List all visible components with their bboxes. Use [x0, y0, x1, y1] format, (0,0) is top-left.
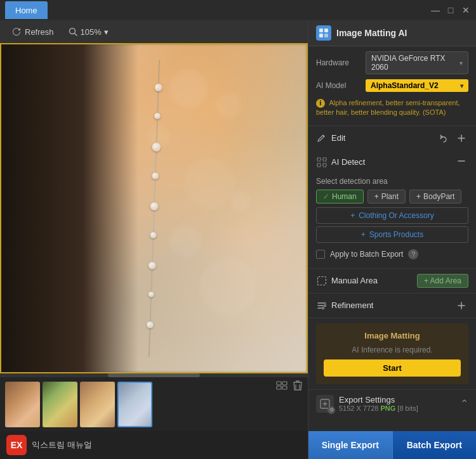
title-bar: Home — □ ✕ — [0, 0, 476, 20]
plus-icon-bodypart: + — [416, 192, 421, 201]
thumbnail-2[interactable] — [43, 382, 77, 427]
apply-batch-checkbox[interactable] — [316, 250, 325, 259]
maximize-button[interactable]: □ — [446, 5, 456, 15]
app-header: Image Matting AI — [308, 20, 476, 46]
thumbnail-icon — [276, 380, 288, 391]
hardware-dropdown[interactable]: NVIDIA GeForce RTX 2060 ▾ — [366, 51, 468, 74]
export-settings-left: ⚙ Export Settings 5152 X 7728 PNG [8 bit… — [316, 395, 418, 413]
manual-area-header[interactable]: Manual Area + Add Area — [308, 269, 476, 293]
single-export-button[interactable]: Single Export — [308, 431, 392, 459]
batch-export-button[interactable]: Batch Export — [392, 431, 477, 459]
export-bits: [8 bits] — [397, 404, 418, 412]
thumbnail-2-image — [43, 382, 77, 427]
svg-rect-6 — [324, 29, 328, 32]
ai-detect-header[interactable]: AI Detect — [308, 150, 476, 174]
svg-rect-8 — [324, 34, 328, 37]
canvas-view[interactable] — [0, 43, 308, 373]
manual-area-header-left: Manual Area — [316, 275, 378, 287]
svg-rect-1 — [277, 382, 281, 385]
zoom-arrow-icon[interactable]: ▾ — [104, 27, 109, 37]
thumbnail-3[interactable] — [80, 382, 115, 427]
edit-section-header[interactable]: Edit — [308, 126, 476, 150]
export-settings-title: Export Settings — [339, 395, 418, 404]
thumbnail-4[interactable] — [117, 382, 152, 427]
export-settings: ⚙ Export Settings 5152 X 7728 PNG [8 bit… — [308, 389, 476, 418]
ai-model-dropdown-arrow: ▾ — [460, 82, 463, 89]
add-area-button[interactable]: + Add Area — [417, 274, 468, 288]
close-button[interactable]: ✕ — [461, 5, 471, 15]
refinement-icon — [316, 300, 327, 311]
hair-area — [0, 43, 138, 373]
export-meta: 5152 X 7728 PNG [8 bits] — [339, 404, 418, 412]
refinement-header[interactable]: Refinement — [308, 294, 476, 318]
check-icon: ✓ — [323, 192, 329, 201]
refresh-button[interactable]: Refresh — [8, 25, 58, 39]
edit-controls — [437, 131, 468, 145]
panel-scroll[interactable]: Hardware NVIDIA GeForce RTX 2060 ▾ AI Mo… — [308, 46, 476, 431]
thumbnail-3-image — [80, 382, 115, 427]
zoom-value: 105% — [81, 27, 102, 37]
title-bar-controls: — □ ✕ — [430, 5, 471, 15]
canvas-panel: Refresh 105% ▾ — [0, 20, 308, 459]
hardware-row: Hardware NVIDIA GeForce RTX 2060 ▾ — [316, 51, 468, 74]
ai-detect-label: AI Detect — [331, 157, 365, 167]
right-panel: Image Matting AI Hardware NVIDIA GeForce… — [308, 20, 476, 459]
ai-model-value: AlphaStandard_V2 — [371, 81, 439, 90]
detect-tags: ✓ Human + Plant + BodyPart — [308, 190, 476, 207]
start-button[interactable]: Start — [324, 359, 461, 377]
svg-rect-7 — [319, 34, 323, 37]
ai-detect-icon — [316, 157, 327, 168]
export-info: Export Settings 5152 X 7728 PNG [8 bits] — [339, 395, 418, 412]
help-icon[interactable]: ? — [408, 249, 418, 259]
export-format: PNG — [380, 404, 397, 412]
export-icon: ⚙ — [316, 395, 334, 413]
manual-area-section: Manual Area + Add Area — [308, 269, 476, 294]
ai-model-row: AI Model AlphaStandard_V2 ▾ — [316, 79, 468, 92]
info-icon: i — [316, 99, 325, 108]
refinement-add-button[interactable] — [454, 299, 468, 313]
main-area: Refresh 105% ▾ — [0, 20, 476, 459]
ai-detect-header-left: AI Detect — [316, 157, 365, 168]
refinement-header-left: Refinement — [316, 300, 373, 311]
select-area-label: Select detection area — [308, 174, 476, 190]
export-collapse-button[interactable]: ⌃ — [460, 398, 468, 410]
hardware-value: NVIDIA GeForce RTX 2060 — [371, 54, 459, 72]
matting-box: Image Matting AI Inference is required. … — [316, 323, 468, 384]
hardware-section: Hardware NVIDIA GeForce RTX 2060 ▾ AI Mo… — [308, 46, 476, 126]
manual-area-icon — [316, 275, 327, 287]
refinement-section: Refinement — [308, 294, 476, 318]
minimize-button[interactable]: — — [430, 5, 440, 15]
tag-human-label: Human — [332, 192, 357, 201]
tag-human[interactable]: ✓ Human — [316, 190, 364, 204]
tag-bodypart[interactable]: + BodyPart — [409, 190, 461, 204]
add-area-label: + Add Area — [424, 276, 461, 285]
title-bar-left: Home — [5, 1, 48, 19]
svg-rect-12 — [323, 164, 326, 167]
thumbnail-1[interactable] — [5, 382, 40, 427]
export-size: 5152 X 7728 — [339, 404, 378, 412]
sports-products-tag[interactable]: + Sports Products — [316, 226, 468, 243]
edit-icon — [316, 133, 327, 144]
apply-batch-row: Apply to Batch Export ? — [308, 245, 476, 263]
clothing-label: Clothing Or Accessory — [359, 211, 434, 220]
hardware-dropdown-arrow: ▾ — [459, 60, 463, 67]
add-edit-button[interactable] — [454, 131, 468, 145]
ai-detect-collapse[interactable] — [454, 155, 468, 169]
svg-rect-11 — [317, 164, 321, 167]
svg-point-15 — [322, 307, 324, 309]
strip-toolbar — [276, 380, 303, 391]
undo-button[interactable] — [437, 131, 451, 145]
ai-detect-section: AI Detect Select detection area ✓ Human — [308, 150, 476, 269]
tag-plant[interactable]: + Plant — [367, 190, 406, 204]
manual-area-label: Manual Area — [331, 276, 378, 285]
tag-bodypart-label: BodyPart — [423, 192, 454, 201]
home-tab[interactable]: Home — [5, 1, 48, 19]
svg-rect-10 — [323, 158, 326, 161]
svg-point-14 — [324, 304, 326, 306]
svg-rect-5 — [319, 29, 323, 32]
clothing-accessory-tag[interactable]: + Clothing Or Accessory — [316, 207, 468, 224]
apply-batch-label: Apply to Batch Export — [330, 250, 403, 259]
ai-model-dropdown[interactable]: AlphaStandard_V2 ▾ — [366, 79, 468, 92]
svg-rect-9 — [317, 158, 321, 161]
delete-icon[interactable] — [293, 380, 303, 391]
